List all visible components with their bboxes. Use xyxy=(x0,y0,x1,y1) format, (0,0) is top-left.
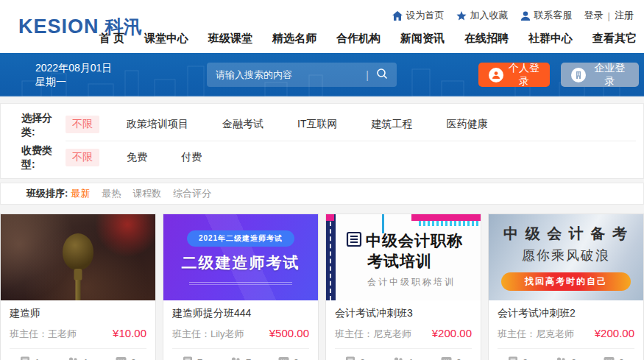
card-cover-silver-banner: 中 级 会 计 备 考 愿你乘风破浪 找回高考时的自己 xyxy=(489,214,643,300)
fee-option-unlimited[interactable]: 不限 xyxy=(66,149,99,166)
card-body: 会计考试冲刺班3 班主任：尼克老师 ¥200.00 xyxy=(326,300,481,341)
teacher-price-row: 班主任：王老师 ¥10.00 xyxy=(10,327,146,341)
class-card-kuaiji-chongci-3[interactable]: 中级会计职称 考试培训 会计中级职称培训 会计考试冲刺班3 班主任：尼克老师 ¥… xyxy=(325,213,481,360)
sort-option-course-count[interactable]: 课程数 xyxy=(132,187,161,200)
card-stats: 7 7 0 xyxy=(172,348,309,360)
stat-courses-count: 7 xyxy=(197,357,202,360)
card-stats: 2 0 0 xyxy=(498,348,634,360)
fee-filter-options: 不限 免费 付费 xyxy=(66,141,636,174)
category-option-unlimited[interactable]: 不限 xyxy=(66,116,99,133)
sort-option-rating[interactable]: 综合评分 xyxy=(173,187,211,200)
sort-option-hottest[interactable]: 最热 xyxy=(102,187,121,200)
stat-comments-count: 0 xyxy=(456,357,461,360)
sort-label: 班级排序: xyxy=(26,187,68,200)
nav-item-news[interactable]: 新闻资讯 xyxy=(400,32,445,46)
nav-item-featured-teachers[interactable]: 精选名师 xyxy=(272,32,316,46)
card-title[interactable]: 建造师提分班444 xyxy=(172,307,309,320)
login-link[interactable]: 登录 xyxy=(584,9,604,22)
card-title[interactable]: 建造师 xyxy=(10,307,146,320)
stat-comments-count: 0 xyxy=(131,357,136,360)
book-icon xyxy=(508,356,518,360)
nav-item-home[interactable]: 首 页 xyxy=(99,32,124,46)
stat-members-count: 0 xyxy=(571,357,576,360)
contact-service-label: 联系客服 xyxy=(534,9,573,22)
main-nav: 首 页 课堂中心 班级课堂 精选名师 合作机构 新闻资讯 在线招聘 社群中心 查… xyxy=(99,32,637,46)
stat-courses: 7 xyxy=(183,356,202,360)
stat-courses-count: 2 xyxy=(360,357,365,360)
class-card-kuaiji-chongci-2[interactable]: 中 级 会 计 备 考 愿你乘风破浪 找回高考时的自己 会计考试冲刺班2 班主任… xyxy=(488,213,644,360)
category-option-policy-training[interactable]: 政策培训项目 xyxy=(120,116,195,133)
class-card-jianzaoshi[interactable]: 建造师 班主任：王老师 ¥10.00 1 1 0 xyxy=(0,213,156,360)
nav-item-classroom-center[interactable]: 课堂中心 xyxy=(144,32,188,46)
stat-members: 1 xyxy=(67,356,88,360)
nav-item-partners[interactable]: 合作机构 xyxy=(336,32,381,46)
person-icon xyxy=(489,68,503,82)
comment-icon xyxy=(116,356,127,360)
nav-item-class-courses[interactable]: 班级课堂 xyxy=(208,32,252,46)
card-cover-microphone-photo xyxy=(1,214,155,300)
fee-filter-row: 收费类型: 不限 免费 付费 xyxy=(1,141,643,174)
sort-option-newest[interactable]: 最新 xyxy=(71,187,90,200)
comment-icon xyxy=(441,356,452,360)
building-icon xyxy=(571,68,586,82)
stat-members-count: 1 xyxy=(408,357,414,360)
add-favorite-link[interactable]: 加入收藏 xyxy=(456,9,509,22)
search-icon[interactable] xyxy=(376,68,388,82)
stat-comments: 0 xyxy=(441,356,461,360)
cover-badge: 2021年二级建造师考试 xyxy=(187,230,294,247)
stat-members: 0 xyxy=(555,356,576,360)
stat-comments-count: 0 xyxy=(294,357,299,360)
fee-option-free[interactable]: 免费 xyxy=(120,149,154,166)
card-stats: 2 1 0 xyxy=(335,348,472,360)
person-bust-icon xyxy=(520,11,531,21)
category-option-construction[interactable]: 建筑工程 xyxy=(364,116,419,133)
cover-heading-line2: 愿你乘风破浪 xyxy=(522,247,610,264)
card-body: 建造师提分班444 班主任：Lily老师 ¥500.00 xyxy=(163,300,318,341)
set-home-link[interactable]: 设为首页 xyxy=(392,9,445,22)
nav-item-community[interactable]: 社群中心 xyxy=(528,32,573,46)
nav-item-more[interactable]: 查看其它 xyxy=(592,32,637,46)
search-divider: | xyxy=(366,69,369,81)
group-icon xyxy=(67,356,79,360)
personal-login-button[interactable]: 个人登录 xyxy=(478,63,550,87)
category-option-it-internet[interactable]: IT互联网 xyxy=(291,116,344,133)
stat-courses: 2 xyxy=(508,356,528,360)
group-icon xyxy=(230,356,241,360)
register-link[interactable]: 注册 xyxy=(615,9,634,22)
microphone-pole-shape xyxy=(76,280,81,300)
search-input[interactable] xyxy=(216,69,363,80)
nav-item-jobs[interactable]: 在线招聘 xyxy=(464,32,509,46)
stat-members-count: 1 xyxy=(83,357,88,360)
enterprise-login-button[interactable]: 企业登录 xyxy=(561,63,639,87)
notebook-icon xyxy=(345,230,363,251)
class-card-jianzaoshi-tifen[interactable]: 2021年二级建造师考试 二级建造师考试 建造师提分班444 班主任：Lily老… xyxy=(163,213,319,360)
card-title[interactable]: 会计考试冲刺班2 xyxy=(498,307,634,320)
stat-comments-count: 0 xyxy=(619,357,624,360)
cover-heading: 二级建造师考试 xyxy=(182,253,300,273)
stat-comments: 0 xyxy=(116,356,136,360)
contact-service-link[interactable]: 联系客服 xyxy=(520,9,573,22)
card-body: 会计考试冲刺班2 班主任：尼克老师 ¥200.00 xyxy=(489,300,643,341)
teacher-label: 班主任：尼克老师 xyxy=(498,328,574,341)
comment-icon xyxy=(604,356,615,360)
card-cover-purple-exam-banner: 2021年二级建造师考试 二级建造师考试 xyxy=(163,214,318,300)
price-label: ¥500.00 xyxy=(269,327,309,339)
card-title[interactable]: 会计考试冲刺班3 xyxy=(335,307,472,320)
cover-left-bar-decoration xyxy=(326,214,336,300)
site-header: KESION 科汛 设为首页 加入收藏 联系客服 登录 | 注册 首 页 课堂中… xyxy=(0,0,644,53)
teacher-price-row: 班主任：尼克老师 ¥200.00 xyxy=(498,327,634,341)
stat-courses-count: 1 xyxy=(35,357,40,360)
category-option-medical-health[interactable]: 医药健康 xyxy=(439,116,494,133)
category-option-finance-exam[interactable]: 金融考试 xyxy=(216,116,270,133)
stat-courses: 2 xyxy=(345,356,365,360)
hero-banner: 2022年08月01日 星期一 | 个人登录 企业登录 xyxy=(0,53,644,96)
teacher-price-row: 班主任：尼克老师 ¥200.00 xyxy=(335,327,472,341)
category-filter-label: 选择分类: xyxy=(21,111,66,139)
cover-heading-line2: 考试培训 xyxy=(345,251,478,272)
login-register-divider: | xyxy=(608,10,610,21)
price-label: ¥10.00 xyxy=(113,327,146,339)
fee-option-paid[interactable]: 付费 xyxy=(174,149,208,166)
stat-courses-count: 2 xyxy=(523,357,528,360)
price-label: ¥200.00 xyxy=(595,327,634,339)
microphone-neck-shape xyxy=(74,269,82,280)
